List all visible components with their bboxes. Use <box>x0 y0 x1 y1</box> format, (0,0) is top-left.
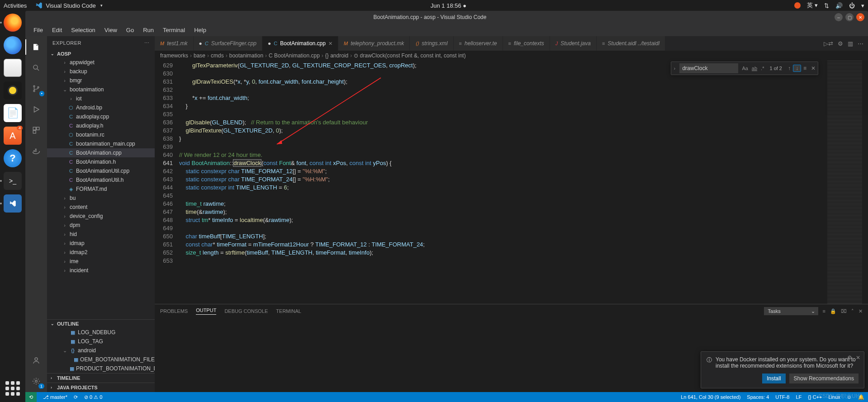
menu-view[interactable]: View <box>101 26 121 34</box>
search-activity[interactable] <box>30 61 43 74</box>
breadcrumb-item[interactable]: frameworks <box>160 52 188 59</box>
encoding-status[interactable]: UTF-8 <box>775 394 789 400</box>
editor-tab[interactable]: Mtelephony_product.mk <box>338 36 410 51</box>
tree-item[interactable]: ›content <box>47 203 155 212</box>
indent-status[interactable]: Spaces: 4 <box>747 394 769 400</box>
menu-file[interactable]: File <box>30 26 47 34</box>
code-area[interactable]: 6296306316326336346356366376386396406416… <box>155 61 868 304</box>
debug-activity[interactable] <box>30 103 43 116</box>
feedback-icon[interactable]: ☺ <box>847 394 852 400</box>
panel-close-icon[interactable]: ✕ <box>859 308 863 314</box>
notification-close-icon[interactable]: ✕ <box>856 355 860 361</box>
tree-item[interactable]: ›idmap2 <box>47 248 155 257</box>
outline-header[interactable]: ⌄OUTLINE <box>47 319 155 328</box>
editor-more-icon[interactable]: ⋯ <box>858 40 863 47</box>
outline-item[interactable]: ▦LOG_NDEBUG <box>47 328 155 337</box>
panel-tab-output[interactable]: OUTPUT <box>196 307 216 315</box>
firefox-launcher[interactable] <box>3 13 23 33</box>
install-button[interactable]: Install <box>762 374 785 383</box>
breadcrumb[interactable]: frameworks›base›cmds›bootanimation›C Boo… <box>155 51 868 61</box>
panel-maximize-icon[interactable]: ˄ <box>851 308 854 314</box>
regex-toggle[interactable]: .* <box>759 66 766 71</box>
breadcrumb-item[interactable]: ⊙ drawClock(const Font &, const int, con… <box>354 52 465 59</box>
tree-item[interactable]: ›bmgr <box>47 76 155 85</box>
tree-item[interactable]: ›device_config <box>47 212 155 221</box>
activities-button[interactable]: Activities <box>4 2 27 9</box>
help-launcher[interactable]: ? <box>3 148 23 168</box>
tree-item[interactable]: ›backup <box>47 67 155 76</box>
tree-item[interactable]: CBootAnimationUtil.cpp <box>47 166 155 175</box>
tree-item[interactable]: ⬡Android.bp <box>47 103 155 112</box>
settings-activity[interactable]: 1 <box>30 375 43 388</box>
tree-item[interactable]: ›idmap <box>47 239 155 248</box>
tree-item[interactable]: Cbootanimation_main.cpp <box>47 139 155 148</box>
panel-filter-icon[interactable]: ≡ <box>823 308 825 314</box>
power-icon[interactable]: ⏻ <box>849 2 855 9</box>
vscode-launcher[interactable] <box>3 194 23 213</box>
outline-item[interactable]: ⌄{}android <box>47 346 155 355</box>
tree-item[interactable]: ⌄bootanimation <box>47 85 155 94</box>
tree-item[interactable]: ›appwidget <box>47 58 155 67</box>
tab-close-icon[interactable]: ✕ <box>328 41 332 47</box>
tree-item[interactable]: ⬡bootanim.rc <box>47 130 155 139</box>
match-word-toggle[interactable]: ab <box>750 66 759 71</box>
tree-item[interactable]: CBootAnimation.cpp <box>47 148 155 157</box>
show-recommendations-button[interactable]: Show Recommendations <box>789 374 859 383</box>
menu-run[interactable]: Run <box>139 26 157 34</box>
breadcrumb-item[interactable]: cmds <box>211 52 224 59</box>
tree-item[interactable]: ◈FORMAT.md <box>47 184 155 194</box>
rhythmbox-launcher[interactable] <box>3 80 23 100</box>
menu-selection[interactable]: Selection <box>67 26 99 34</box>
tree-item[interactable]: ›dpm <box>47 221 155 230</box>
find-next-button[interactable]: ↓ <box>793 65 801 72</box>
files-launcher[interactable] <box>3 58 23 78</box>
app-menu[interactable]: Visual Studio Code <box>35 1 102 9</box>
find-prev-button[interactable]: ↑ <box>786 65 793 71</box>
breadcrumb-item[interactable]: C BootAnimation.cpp <box>269 52 320 59</box>
os-status[interactable]: Linux <box>828 394 840 400</box>
outline-item[interactable]: ▦OEM_BOOTANIMATION_FILE <box>47 355 155 364</box>
editor-settings-icon[interactable]: ⚙ <box>838 40 843 47</box>
compare-changes-icon[interactable]: ▷⇄ <box>824 40 833 47</box>
split-editor-icon[interactable]: ▥ <box>848 40 853 47</box>
system-menu-chevron-icon[interactable]: ▾ <box>861 2 864 9</box>
timeline-header[interactable]: ›TIMELINE <box>47 373 155 383</box>
menu-edit[interactable]: Edit <box>48 26 66 34</box>
panel-tab-debug-console[interactable]: DEBUG CONSOLE <box>224 308 268 314</box>
find-in-selection-button[interactable]: ≡ <box>801 65 809 71</box>
editor-tab[interactable]: ≡Student.aidl ../testaidl <box>597 36 665 51</box>
menu-help[interactable]: Help <box>190 26 210 34</box>
errors-status[interactable]: ⊘ 0 ⚠ 0 <box>84 394 102 400</box>
editor-tab[interactable]: Mtest1.mk <box>155 36 194 51</box>
find-input[interactable] <box>679 63 738 73</box>
editor-tab[interactable]: ● CSurfaceFlinger.cpp <box>194 36 262 51</box>
editor-tab[interactable]: ≡helloserver.te <box>454 36 503 51</box>
git-branch[interactable]: ⎇ master* <box>43 394 67 400</box>
match-case-toggle[interactable]: Aa <box>740 66 749 71</box>
find-expand-toggle[interactable]: › <box>671 66 678 71</box>
tree-item[interactable]: Caudioplay.h <box>47 121 155 130</box>
outline-item[interactable]: ▦PRODUCT_BOOTANIMATION_DARK_... <box>47 364 155 373</box>
terminal-launcher[interactable]: >_ <box>3 171 23 191</box>
code-content[interactable]: glTexParameteriv(GL_TEXTURE_2D, GL_TEXTU… <box>179 61 825 304</box>
notification-gear-icon[interactable]: ⚙ <box>847 355 852 361</box>
volume-icon[interactable]: 🔊 <box>835 2 843 9</box>
menu-go[interactable]: Go <box>123 26 138 34</box>
find-close-button[interactable]: ✕ <box>809 65 818 71</box>
thunderbird-launcher[interactable] <box>3 35 23 55</box>
tree-item[interactable]: ›hid <box>47 230 155 239</box>
network-icon[interactable]: ⇅ <box>824 2 829 9</box>
java-projects-header[interactable]: ›JAVA PROJECTS <box>47 383 155 392</box>
tree-item[interactable]: ›bu <box>47 194 155 203</box>
breadcrumb-item[interactable]: {} android <box>325 52 348 59</box>
panel-tab-terminal[interactable]: TERMINAL <box>276 308 301 314</box>
extensions-activity[interactable] <box>30 124 43 137</box>
editor-tab[interactable]: ● CBootAnimation.cpp✕ <box>262 36 338 51</box>
scm-activity[interactable]: • <box>30 82 43 95</box>
maximize-button[interactable]: ▢ <box>845 13 854 21</box>
breadcrumb-item[interactable]: base <box>194 52 205 59</box>
tree-item[interactable]: ›incident <box>47 266 155 275</box>
workspace-header[interactable]: ⌄AOSP <box>47 50 155 58</box>
cursor-position[interactable]: Ln 641, Col 30 (9 selected) <box>681 394 740 400</box>
account-activity[interactable] <box>30 354 43 367</box>
